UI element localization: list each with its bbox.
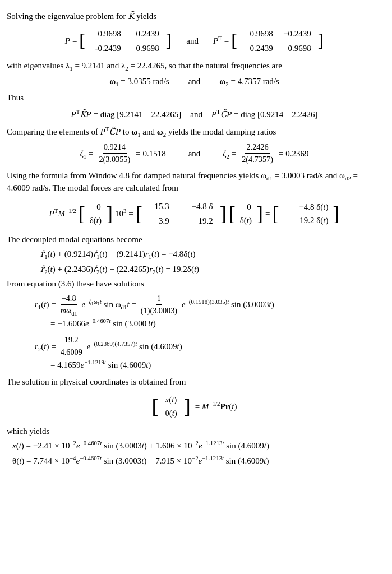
decouple-equations: r̈1(t) + (0.9214)ṙ1(t) + (9.2141)r1(t) =…: [7, 248, 382, 275]
right-bracket-pt: ]: [318, 32, 324, 50]
p-label: P: [65, 35, 70, 48]
p-cell-01: 0.2439: [130, 27, 159, 40]
modal-force-result: −4.8 δ(t) 19.2 δ(t): [280, 200, 331, 228]
physical-eq: [ x(t) θ(t) ] = M−1/2Pr(t): [7, 393, 382, 420]
eq-r1: r̈1(t) + (0.9214)ṙ1(t) + (9.2141)r1(t) =…: [40, 248, 382, 261]
phys-rhs: = M−1/2Pr(t): [195, 400, 237, 413]
times-ten3: 103 =: [115, 207, 133, 220]
thus-text: Thus: [7, 91, 382, 104]
p-matrix: 0.9698 0.2439 -0.2439 0.9698: [87, 26, 164, 56]
omega-row: ω1 = 3.0355 rad/s and ω2 = 4.7357 rad/s: [7, 75, 382, 88]
modal-force-eq: PTM−1/2 [ 0 δ(t) ] 103 = [ 15.3 −4.8 δ 3…: [7, 199, 382, 229]
xt-equation: x(t) = −2.41 × 10−2e−0.4607t sin (3.0003…: [12, 439, 382, 452]
r2-value: = 4.1659e−1.1219t sin (4.6009t): [50, 359, 151, 372]
r1-line1: r1(t) = −4.8 mωd1 e−ζ1ω1t sin ωd1t = 1 (…: [35, 293, 382, 317]
which-yields-text: which yields: [7, 425, 382, 438]
zeta2-equals: = 0.2369: [279, 147, 308, 160]
pt-c-p: PTC̃P = diag [0.9214 2.2426]: [211, 108, 317, 121]
zeta1-label: ζ1 =: [80, 147, 94, 160]
pt-matrix: 0.9698 −0.2439 0.2439 0.9698: [239, 26, 316, 56]
zeta2-num: 2.2426: [245, 141, 269, 154]
lbracket-mf4: [: [272, 203, 279, 224]
r2-frac: 19.2 4.6009: [59, 334, 84, 359]
comparing-text: Comparing the elements of PTC̃P to ω1 an…: [7, 126, 382, 138]
pt-cell-00: 0.9698: [244, 27, 273, 40]
r1-solution: r1(t) = −4.8 mωd1 e−ζ1ω1t sin ωd1t = 1 (…: [7, 293, 382, 330]
p-cell-10: -0.2439: [92, 42, 121, 55]
left-bracket-p: [: [79, 32, 85, 50]
rbracket-mf1: ]: [106, 203, 113, 224]
pt-cell-10: 0.2439: [244, 42, 273, 55]
zeta2-fraction: 2.2426 2(4.7357): [241, 141, 274, 166]
decouple-head: The decoupled modal equations become: [7, 233, 382, 246]
pt-cell-11: 0.9698: [282, 42, 311, 55]
lbracket-mf2: [: [136, 203, 142, 224]
physical-text: The solution in physical coordinates is …: [7, 376, 382, 388]
r2-solution: r2(t) = 19.2 4.6009 e−(0.2369)(4.7357)t …: [7, 334, 382, 371]
pt-cell-01: −0.2439: [282, 27, 311, 40]
lbracket-mf1: [: [79, 203, 85, 224]
equals-sign: =: [72, 35, 77, 48]
r2-exp-text: e−(0.2369)(4.7357)t sin (4.6009t): [87, 340, 182, 353]
omega2-value: ω2 = 4.7357 rad/s: [219, 75, 279, 88]
r1-frac2: 1 (1)(3.0003): [140, 293, 178, 317]
and-1: and: [186, 35, 199, 48]
rbracket-mf2: ]: [220, 203, 227, 224]
r1-rest: e−(0.1518)(3.035)t sin (3.0003t): [182, 298, 274, 311]
equals-5: =: [265, 207, 270, 220]
right-bracket-p: ]: [166, 32, 172, 50]
eq-r2: r̈2(t) + (2.2436)ṙ2(t) + (22.4265)r2(t) …: [40, 263, 382, 276]
and-3: and: [190, 108, 202, 121]
omega1-value: ω1 = 3.0355 rad/s: [109, 75, 169, 88]
p-cell-11: 0.9698: [130, 42, 159, 55]
r2-label: r2(t) =: [35, 340, 56, 353]
rbracket-mf4: ]: [333, 203, 339, 224]
zeta2-label: ζ2 =: [223, 147, 236, 160]
zeta1-den: 2(3.0355): [98, 154, 131, 165]
r1-value: = −1.6066e−0.4607t sin (3.0003t): [50, 317, 156, 330]
diag-equations: PTK̃P = diag [9.2141 22.4265] and PTC̃P …: [7, 108, 382, 121]
zeta1-equals: = 0.1518: [136, 147, 165, 160]
p-equation-row: P = [ 0.9698 0.2439 -0.2439 0.9698 ] and…: [7, 26, 382, 56]
from-equation-text: From equation (3.6) these have solutions: [7, 277, 382, 290]
zeta1-num: 0.9214: [103, 141, 127, 154]
intro-text: Solving the eigenvalue problem for K̃ yi…: [7, 10, 382, 23]
r1-frac: −4.8 mωd1: [59, 293, 79, 317]
using-text: Using the formula from Window 4.8 for da…: [7, 169, 382, 195]
r1-line2: = −1.6066e−0.4607t sin (3.0003t): [35, 317, 382, 330]
equals-sign-2: =: [224, 35, 229, 48]
modal-force-matrix3: 0 δ(t): [237, 200, 255, 228]
zeta-row: ζ1 = 0.9214 2(3.0355) = 0.1518 and ζ2 = …: [7, 141, 382, 166]
r2-line2: = 4.1659e−1.1219t sin (4.6009t): [35, 359, 382, 372]
r2-line1: r2(t) = 19.2 4.6009 e−(0.2369)(4.7357)t …: [35, 334, 382, 359]
zeta1-fraction: 0.9214 2(3.0355): [98, 141, 131, 166]
modal-force-matrix1: 0 δ(t): [86, 200, 105, 228]
left-bracket-pt: [: [231, 32, 237, 50]
ptm-label: PTM−1/2: [49, 207, 76, 220]
p-cell-00: 0.9698: [92, 27, 121, 40]
r1-label: r1(t) =: [35, 298, 56, 311]
lbracket-phys: [: [152, 396, 159, 416]
thetat-equation: θ(t) = 7.744 × 10−4e−0.4607t sin (3.0003…: [12, 455, 382, 467]
zeta2-den: 2(4.7357): [241, 154, 274, 165]
modal-force-matrix2: 15.3 −4.8 δ 3.9 19.2: [145, 199, 218, 229]
rbracket-phys: ]: [184, 396, 191, 416]
rbracket-mf3: ]: [256, 203, 263, 224]
phys-vec: x(t) θ(t): [162, 393, 181, 420]
pt-k-p: PTK̃P = diag [9.2141 22.4265]: [71, 108, 182, 121]
and-2: and: [188, 75, 201, 88]
eigenvalues-text: with eigenvalues λ1 = 9.2141 and λ2 = 22…: [7, 59, 382, 72]
and-4: and: [188, 147, 201, 160]
lbracket-mf3: [: [229, 203, 236, 224]
r1-exp-text: e−ζ1ω1t sin ωd1t =: [82, 298, 136, 311]
pt-label: PT: [213, 35, 222, 48]
